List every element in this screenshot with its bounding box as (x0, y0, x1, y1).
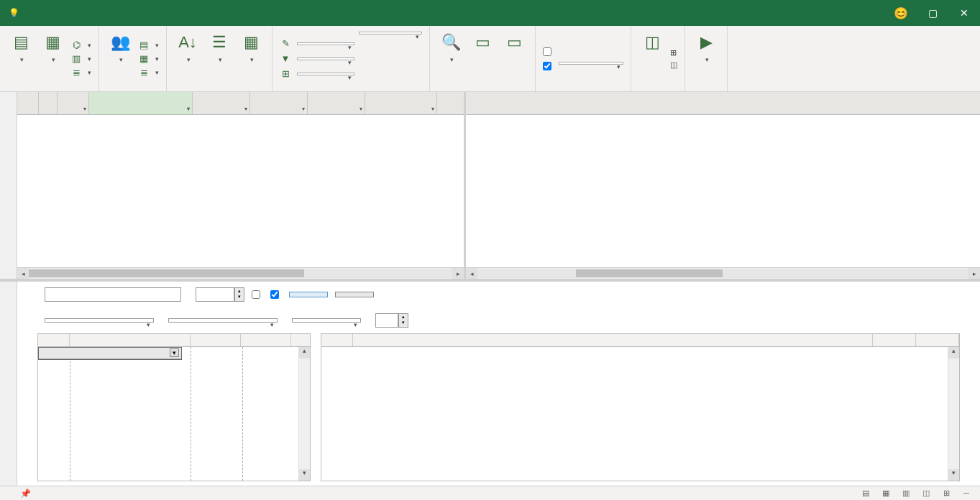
tasktype-select[interactable] (292, 318, 361, 323)
col-id[interactable] (38, 334, 70, 346)
selected-tasks-icon: ▭ (507, 30, 522, 55)
task-usage-button[interactable]: ▦ (39, 29, 66, 88)
details-checkbox[interactable] (543, 62, 554, 70)
ok-button[interactable] (289, 292, 328, 297)
cancel-button[interactable] (335, 292, 374, 297)
resource-dropdown[interactable] (38, 347, 182, 360)
tell-me[interactable]: 💡 (0, 0, 32, 26)
selected-tasks-button[interactable]: ▭ (500, 29, 528, 88)
col-type[interactable] (873, 334, 916, 346)
resource-select-box[interactable] (39, 348, 181, 359)
zoom-button[interactable]: 🔍 (437, 29, 464, 88)
sort-button[interactable]: A↓ (174, 29, 201, 88)
complete-spinner[interactable]: ▴▾ (398, 313, 408, 328)
calendar-icon: ▥ (70, 53, 82, 64)
restore-icon[interactable]: ▢ (917, 1, 948, 24)
macros-icon: ▶ (700, 30, 713, 55)
feedback-smiley-icon[interactable]: 😊 (894, 6, 908, 20)
col-duration[interactable]: ▾ (193, 92, 250, 114)
predecessors-table[interactable]: ▴▾ (321, 333, 960, 481)
split-icon[interactable]: ◫ (670, 60, 677, 70)
manually-scheduled-checkbox[interactable] (270, 290, 282, 299)
highlight-combo[interactable] (297, 42, 354, 45)
ribbon: ▤ ▦ ⌬ ▥ ≣ 👥 ▤ ▦ ≣ A↓ ☰ ▦ (0, 26, 980, 92)
gantt-chart-button[interactable]: ▤ (7, 29, 35, 88)
col-info[interactable] (39, 92, 58, 114)
resource-usage-button[interactable]: ▤ (138, 40, 159, 50)
resource-usage-icon: ▤ (138, 40, 150, 50)
view-shortcut-icon[interactable]: ▦ (879, 489, 892, 498)
view-shortcut-icon[interactable]: ◫ (920, 489, 933, 498)
pred-vscroll[interactable]: ▴▾ (948, 347, 959, 481)
finish-select[interactable] (168, 318, 278, 323)
col-pred-id[interactable] (321, 334, 353, 346)
close-icon[interactable]: ✕ (948, 1, 980, 24)
outline-icon: ☰ (212, 30, 226, 55)
entire-project-icon: ▭ (475, 30, 490, 55)
view-shortcut-icon[interactable]: ▥ (899, 489, 912, 498)
scroll-right-icon[interactable]: ▸ (968, 268, 980, 279)
duration-spinner[interactable]: ▴▾ (234, 287, 244, 302)
groupby-label: ⊞ (280, 68, 294, 79)
task-grid: ▾ ▾ ▾ ▾ ▾ ▾ ◂ ▸ (17, 92, 466, 279)
scroll-right-icon[interactable]: ▸ (452, 268, 464, 279)
other-resource-views-button[interactable]: ≣ (138, 67, 159, 78)
groupby-combo[interactable] (297, 73, 354, 75)
filter-label: ▼ (280, 53, 294, 64)
calendar-button[interactable]: ▥ (70, 53, 91, 64)
effort-driven-checkbox[interactable] (252, 290, 263, 299)
lightbulb-icon: 💡 (9, 8, 19, 18)
resources-vscroll[interactable]: ▴▾ (298, 347, 310, 481)
duration-input[interactable] (196, 287, 234, 302)
col-task-mode[interactable]: ▾ (58, 92, 89, 114)
highlight-label: ✎ (280, 38, 294, 49)
grid-hscroll[interactable]: ◂ ▸ (17, 267, 464, 279)
col-lag[interactable] (916, 334, 959, 346)
gantt-bars[interactable] (466, 115, 980, 267)
tables-button[interactable]: ▦ (237, 29, 265, 88)
macros-button[interactable]: ▶ (692, 29, 720, 88)
resource-sheet-button[interactable]: ▦ (138, 53, 159, 64)
task-name-input[interactable] (45, 287, 181, 302)
view-shortcut-icon[interactable]: ⊞ (940, 489, 953, 498)
data-label (280, 88, 422, 90)
gantt-side-label (0, 92, 17, 279)
scroll-left-icon[interactable]: ◂ (466, 268, 477, 279)
resources-table[interactable]: ▴▾ (37, 333, 311, 481)
scroll-down-icon: ▾ (299, 469, 310, 481)
col-predecessor-name[interactable] (353, 334, 873, 346)
complete-input[interactable] (375, 313, 398, 328)
sort-icon: A↓ (178, 30, 197, 55)
view-shortcut-icon[interactable]: ▤ (859, 489, 872, 498)
col-task-name[interactable]: ▾ (89, 92, 193, 114)
other-views-button[interactable]: ≣ (70, 67, 91, 78)
views-icon: ≣ (138, 67, 150, 78)
status-new-tasks: 📌 (20, 489, 31, 499)
col-resource-name[interactable] (70, 334, 191, 346)
col-predecessors[interactable]: ▾ (365, 92, 437, 114)
outline-button[interactable]: ☰ (206, 29, 233, 88)
team-planner-button[interactable]: 👥 (106, 29, 134, 88)
col-start[interactable]: ▾ (250, 92, 308, 114)
gantt-chart: ◂ ▸ (466, 92, 980, 279)
entire-project-button[interactable]: ▭ (469, 29, 496, 88)
col-work[interactable] (241, 334, 291, 346)
start-select[interactable] (45, 318, 154, 323)
gantt-chart-view: ▾ ▾ ▾ ▾ ▾ ▾ ◂ ▸ ◂ ▸ (0, 92, 980, 279)
pin-icon: 📌 (20, 489, 31, 499)
scroll-left-icon[interactable]: ◂ (17, 268, 29, 279)
network-diagram-button[interactable]: ⌬ (70, 40, 91, 50)
gantt-hscroll[interactable]: ◂ ▸ (466, 267, 980, 279)
task-views-label (7, 88, 91, 90)
filter-combo[interactable] (297, 57, 354, 60)
view-shortcut-icon[interactable]: ─ (960, 489, 973, 498)
timescale-combo[interactable] (359, 32, 422, 34)
new-window-button[interactable]: ◫ (638, 29, 666, 88)
arrange-icon[interactable]: ⊞ (670, 48, 677, 57)
timeline-checkbox[interactable] (543, 47, 554, 56)
details-combo[interactable] (559, 62, 623, 65)
col-units[interactable] (191, 334, 241, 346)
taskform-side-label (0, 282, 17, 486)
col-finish[interactable]: ▾ (308, 92, 365, 114)
col-rownum[interactable] (17, 92, 39, 114)
